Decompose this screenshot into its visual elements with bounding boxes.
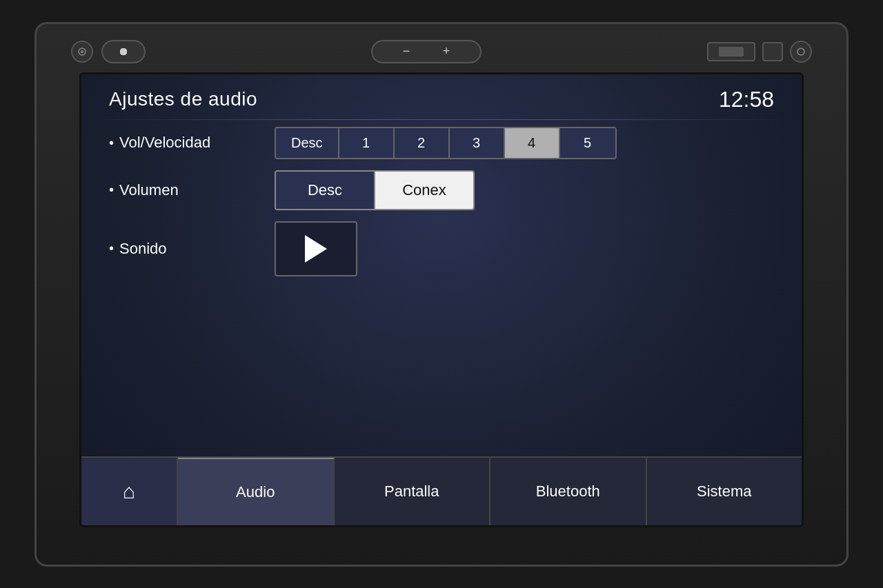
hardware-controls: ⏺ − +: [50, 31, 833, 72]
nav-home[interactable]: ⌂: [81, 458, 178, 525]
volumen-conex[interactable]: Conex: [375, 172, 473, 209]
side-button[interactable]: [762, 42, 783, 61]
nav-bluetooth-label: Bluetooth: [536, 483, 600, 500]
sonido-play-button[interactable]: [275, 221, 357, 276]
nav-bluetooth[interactable]: Bluetooth: [490, 458, 647, 525]
sonido-label: Sonido: [109, 240, 261, 258]
play-icon: [305, 235, 327, 263]
camera-button-right: [790, 41, 812, 63]
vol-velocidad-label: Vol/Velocidad: [109, 134, 261, 152]
plus-icon[interactable]: +: [443, 44, 450, 59]
nav-sistema[interactable]: Sistema: [647, 458, 802, 525]
vol-velocidad-options: Desc 1 2 3 4 5: [275, 127, 617, 159]
nav-pantalla[interactable]: Pantalla: [335, 458, 491, 525]
volumen-label: Volumen: [109, 181, 261, 199]
minus-icon[interactable]: −: [403, 44, 410, 59]
vol-velocidad-5[interactable]: 5: [560, 128, 615, 158]
camera-button: [71, 41, 93, 63]
home-icon: ⌂: [123, 480, 135, 503]
svg-point-2: [797, 48, 804, 55]
volume-control[interactable]: − +: [371, 40, 482, 63]
nav-pantalla-label: Pantalla: [384, 483, 439, 500]
volumen-row: Volumen Desc Conex: [109, 170, 774, 210]
screen-header: Ajustes de audio 12:58: [81, 74, 802, 119]
bottom-navigation: ⌂ Audio Pantalla Bluetooth Sistema: [81, 456, 802, 525]
vol-velocidad-1[interactable]: 1: [339, 128, 395, 158]
vol-velocidad-3[interactable]: 3: [450, 128, 505, 158]
vol-velocidad-2[interactable]: 2: [395, 128, 450, 158]
svg-point-1: [81, 50, 83, 53]
power-button[interactable]: ⏺: [101, 40, 146, 63]
usb-port: [707, 42, 755, 61]
sonido-row: Sonido: [109, 221, 774, 276]
nav-audio-label: Audio: [236, 483, 275, 501]
vol-velocidad-row: Vol/Velocidad Desc 1 2 3 4 5: [109, 127, 774, 159]
volumen-options: Desc Conex: [275, 170, 475, 210]
nav-sistema-label: Sistema: [697, 483, 751, 500]
clock-display: 12:58: [719, 87, 774, 112]
car-infotainment-device: ⏺ − + Ajustes de audio 12:58: [34, 22, 849, 567]
vol-velocidad-4[interactable]: 4: [505, 128, 560, 158]
nav-audio[interactable]: Audio: [178, 458, 335, 525]
settings-content: Vol/Velocidad Desc 1 2 3 4 5 Volumen Des…: [81, 120, 802, 456]
page-title: Ajustes de audio: [109, 88, 257, 110]
volumen-desc[interactable]: Desc: [276, 172, 375, 209]
main-screen: Ajustes de audio 12:58 Vol/Velocidad Des…: [79, 72, 804, 527]
vol-velocidad-desc[interactable]: Desc: [276, 128, 339, 158]
